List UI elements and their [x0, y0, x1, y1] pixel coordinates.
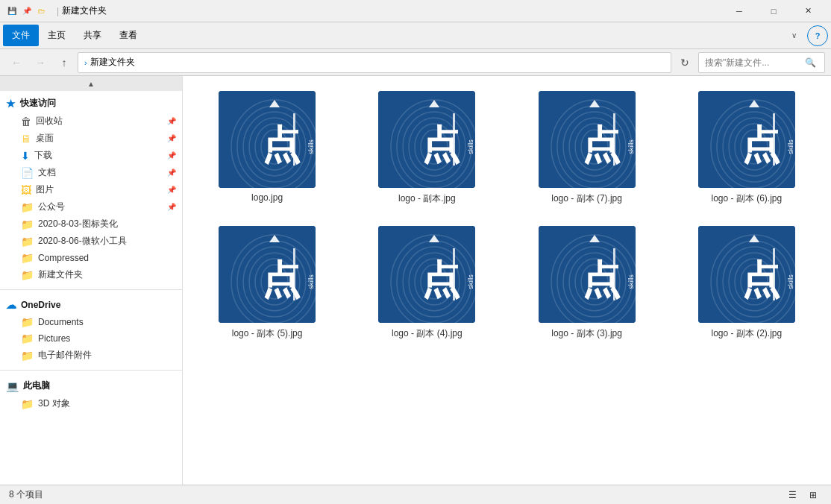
quick-access-header[interactable]: ★ 快速访问	[0, 94, 182, 113]
path-text: 新建文件夹	[90, 56, 135, 69]
sidebar-item-documents[interactable]: 📄 文档 📌	[0, 164, 182, 181]
search-icon[interactable]: 🔍	[805, 57, 816, 68]
search-box[interactable]: 🔍	[698, 52, 825, 73]
onedrive-icon: ☁	[6, 299, 16, 311]
file-thumbnail: 点 skills	[378, 226, 475, 323]
file-name: logo - 副本 (3).jpg	[551, 327, 622, 340]
sidebar-item-gongzhonghao-label: 公众号	[38, 201, 65, 213]
menu-item-file[interactable]: 文件	[3, 25, 39, 46]
minimize-button[interactable]: ─	[722, 0, 756, 22]
file-name: logo - 副本 (5).jpg	[232, 327, 303, 340]
address-path[interactable]: › 新建文件夹	[78, 52, 671, 73]
desktop-icon: 🖥	[21, 133, 31, 145]
sidebar-item-desktop-label: 桌面	[36, 132, 54, 145]
sidebar-item-folder2[interactable]: 📁 2020-8-06-微软小工具	[0, 233, 182, 250]
forward-button[interactable]: →	[30, 52, 51, 73]
sidebar-item-pictures[interactable]: 🖼 图片 📌	[0, 181, 182, 198]
documents-icon: 📄	[21, 167, 34, 179]
file-name: logo.jpg	[251, 192, 283, 203]
onedrive-header[interactable]: ☁ OneDrive	[0, 296, 182, 314]
sidebar-item-documents-label: 文档	[38, 166, 56, 179]
pin-indicator: 📌	[167, 168, 176, 177]
svg-rect-54	[293, 248, 295, 300]
save-icon[interactable]: 💾	[6, 5, 18, 17]
sidebar-item-od-pictures[interactable]: 📁 Pictures	[0, 330, 182, 347]
list-view-button[interactable]: ☰	[783, 486, 801, 504]
address-bar: ← → ↑ › 新建文件夹 ↻ 🔍	[0, 49, 831, 76]
sidebar-item-3d-label: 3D 对象	[38, 397, 70, 410]
title-bar-icons: 💾 📌 🗁	[6, 5, 48, 17]
refresh-button[interactable]: ↻	[674, 52, 695, 73]
title-bar: 💾 📌 🗁 | 新建文件夹 ─ □ ✕	[0, 0, 831, 22]
file-name: logo - 副本 (4).jpg	[392, 327, 462, 340]
close-button[interactable]: ✕	[791, 0, 825, 22]
sidebar-item-folder1[interactable]: 📁 2020-8-03-图标美化	[0, 215, 182, 233]
svg-text:skills: skills	[627, 139, 635, 154]
pin-icon[interactable]: 📌	[21, 5, 33, 17]
sidebar-item-gongzhonghao[interactable]: 📁 公众号 📌	[0, 198, 182, 215]
file-thumbnail: 点 skills	[219, 226, 316, 323]
up-button[interactable]: ↑	[54, 52, 75, 73]
svg-text:skills: skills	[307, 274, 315, 289]
svg-rect-32	[613, 113, 615, 166]
svg-text:skills: skills	[787, 274, 794, 289]
sidebar-item-od-attachments-label: 电子邮件附件	[38, 349, 92, 362]
undo-icon[interactable]: 🗁	[36, 5, 48, 17]
sidebar-item-downloads[interactable]: ⬇ 下载 📌	[0, 147, 182, 164]
path-arrow: ›	[84, 58, 87, 67]
file-thumbnail: 点 skills	[539, 91, 636, 188]
file-item-logo5[interactable]: 点 skills logo - 副本 (5).jpg	[192, 220, 342, 346]
file-item-logo4[interactable]: 点 skills logo - 副本 (6).jpg	[671, 85, 822, 211]
sidebar-scroll-up[interactable]: ▲	[0, 76, 182, 91]
menu-item-view[interactable]: 查看	[110, 25, 146, 46]
sidebar-item-compressed[interactable]: 📁 Compressed	[0, 250, 182, 266]
svg-text:skills: skills	[787, 139, 794, 154]
downloads-icon: ⬇	[21, 150, 30, 162]
pin-indicator: 📌	[167, 203, 176, 211]
menu-item-home[interactable]: 主页	[39, 25, 75, 46]
file-item-logo8[interactable]: 点 skills logo - 副本 (2).jpg	[671, 220, 822, 346]
main-layout: ▲ ★ 快速访问 🗑 回收站 📌 🖥 桌面 📌 ⬇ 下载 📌	[0, 76, 831, 485]
collapse-ribbon-button[interactable]: ∨	[783, 25, 804, 46]
search-input[interactable]	[705, 57, 802, 68]
menu-item-share[interactable]: 共享	[75, 25, 110, 46]
menu-bar: 文件 主页 共享 查看 ∨ ?	[0, 22, 831, 49]
file-item-logo6[interactable]: 点 skills logo - 副本 (4).jpg	[351, 220, 502, 346]
sidebar-item-folder2-label: 2020-8-06-微软小工具	[38, 235, 127, 248]
grid-view-button[interactable]: ⊞	[804, 486, 822, 504]
svg-rect-43	[773, 113, 775, 166]
help-button[interactable]: ?	[807, 25, 828, 46]
file-thumbnail: 点 skills	[378, 91, 475, 188]
svg-rect-87	[773, 248, 775, 300]
pin-indicator: 📌	[167, 134, 176, 142]
svg-text:skills: skills	[307, 139, 315, 154]
compressed-icon: 📁	[21, 252, 34, 264]
status-bar: 8 个项目 ☰ ⊞	[0, 485, 831, 504]
back-button[interactable]: ←	[6, 52, 27, 73]
thispc-section: 💻 此电脑 📁 3D 对象	[0, 374, 182, 415]
folder1-icon: 📁	[21, 218, 34, 230]
sidebar-item-desktop[interactable]: 🖥 桌面 📌	[0, 130, 182, 147]
file-name: logo - 副本 (2).jpg	[712, 327, 783, 340]
content-area: 点 skills logo.jpg	[183, 76, 831, 485]
maximize-button[interactable]: □	[756, 0, 791, 22]
file-item-logo1[interactable]: 点 skills logo.jpg	[192, 85, 342, 211]
svg-rect-76	[613, 248, 615, 300]
sidebar-item-recycle[interactable]: 🗑 回收站 📌	[0, 113, 182, 130]
sidebar-item-od-documents[interactable]: 📁 Documents	[0, 314, 182, 330]
sidebar-item-recycle-label: 回收站	[36, 115, 63, 127]
thispc-header[interactable]: 💻 此电脑	[0, 377, 182, 395]
file-thumbnail: 点 skills	[539, 226, 636, 323]
sidebar-item-od-attachments[interactable]: 📁 电子邮件附件	[0, 347, 182, 364]
file-item-logo3[interactable]: 点 skills logo - 副本 (7).jpg	[512, 85, 662, 211]
file-name: logo - 副本.jpg	[398, 192, 456, 205]
file-item-logo2[interactable]: 点 skills logo - 副本.jpg	[351, 85, 502, 211]
file-item-logo7[interactable]: 点 skills logo - 副本 (3).jpg	[512, 220, 662, 346]
od-documents-icon: 📁	[21, 316, 34, 328]
sidebar-item-newfolder-label: 新建文件夹	[38, 268, 83, 281]
sidebar: ▲ ★ 快速访问 🗑 回收站 📌 🖥 桌面 📌 ⬇ 下载 📌	[0, 76, 183, 485]
sidebar-item-3d[interactable]: 📁 3D 对象	[0, 395, 182, 412]
file-name: logo - 副本 (6).jpg	[712, 192, 783, 205]
sidebar-item-newfolder[interactable]: 📁 新建文件夹	[0, 266, 182, 283]
file-grid: 点 skills logo.jpg	[192, 85, 822, 346]
